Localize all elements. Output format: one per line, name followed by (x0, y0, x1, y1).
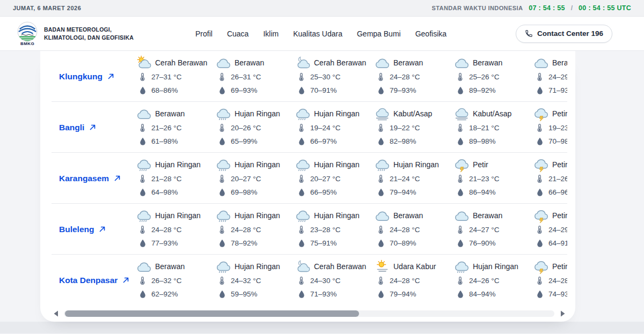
berawan-icon (216, 56, 231, 70)
temperature-line: 24–28 °C (534, 274, 567, 287)
droplet-icon (140, 86, 146, 94)
temperature-line: 24–30 °C (296, 274, 375, 287)
forecast-cell: Berawan25–26 °C89–92% (455, 51, 534, 102)
temperature-range: 20–27 °C (231, 175, 261, 183)
external-arrow-icon (99, 226, 106, 233)
forecast-cell: Udara Kabur24–28 °C79–94% (375, 255, 455, 306)
scroll-left-arrow[interactable] (53, 310, 59, 317)
humidity-range: 82–98% (390, 137, 416, 145)
forecast-cell: Hujan Ringan19–24 °C66–97% (296, 102, 375, 153)
condition-line: Petir (534, 107, 567, 121)
condition-label: Berawan (393, 58, 423, 67)
temperature-range: 21–26 °C (548, 175, 567, 183)
droplet-icon (298, 137, 305, 145)
hujan-ringan-icon (296, 209, 310, 223)
humidity-range: 69–98% (231, 188, 258, 196)
temperature-range: 19–23 °C (548, 124, 567, 132)
nav-item-kualitas-udara[interactable]: Kualitas Udara (293, 29, 342, 38)
hujan-ringan-icon (216, 209, 231, 223)
humidity-range: 79–94% (390, 290, 416, 298)
droplet-icon (537, 86, 543, 94)
utility-bar: JUMAT, 6 MARET 2026 STANDAR WAKTU INDONE… (0, 0, 644, 17)
humidity-range: 70–91% (310, 86, 337, 94)
droplet-icon (537, 188, 543, 196)
nav-item-geofisika[interactable]: Geofisika (415, 29, 447, 38)
region-link-karangasem[interactable]: Karangasem (59, 174, 121, 183)
temperature-range: 27–31 °C (151, 73, 181, 81)
thermometer-icon (457, 123, 464, 132)
temperature-line: 20–26 °C (216, 121, 296, 134)
humidity-range: 89–92% (469, 86, 496, 94)
humidity-range: 75–91% (310, 239, 337, 247)
humidity-line: 86–94% (455, 185, 534, 198)
thermometer-icon (377, 225, 384, 234)
table-row: KarangasemHujan Ringan21–28 °C64–98%Huja… (51, 153, 567, 204)
temperature-range: 21–26 °C (151, 124, 181, 132)
region-link-bangli[interactable]: Bangli (59, 123, 96, 132)
temperature-range: 24–26 °C (469, 277, 499, 285)
droplet-icon (378, 239, 384, 247)
condition-label: Petir (473, 160, 488, 169)
org-name-line2: KLIMATOLOGI, DAN GEOFISIKA (44, 34, 134, 42)
forecast-cell: Berawan24–28 °C79–93% (375, 51, 455, 102)
region-name: Kota Denpasar (59, 276, 118, 285)
temperature-line: 18–21 °C (455, 121, 534, 134)
droplet-icon (219, 137, 225, 145)
temperature-line: 27–31 °C (137, 70, 216, 83)
scrollbar-thumb[interactable] (65, 310, 359, 317)
temperature-range: 24–28 °C (390, 277, 420, 285)
humidity-range: 66–96% (548, 188, 567, 196)
condition-line: Berawan (137, 259, 216, 273)
bmkg-brand[interactable]: BMKG BADAN METEOROLOGI, KLIMATOLOGI, DAN… (16, 21, 134, 46)
droplet-icon (457, 86, 464, 94)
condition-line: Berawan (375, 209, 455, 222)
humidity-range: 79–93% (390, 86, 416, 94)
cerah-berawan-night-icon (296, 56, 310, 70)
condition-label: Petir (552, 211, 567, 220)
thermometer-icon (298, 72, 305, 81)
humidity-line: 62–92% (137, 287, 216, 300)
scroll-right-arrow[interactable] (559, 310, 566, 317)
region-link-buleleng[interactable]: Buleleng (59, 225, 106, 234)
temperature-line: 24–28 °C (216, 223, 296, 236)
forecast-cell: Berawan26–32 °C62–92% (137, 255, 216, 306)
nav-item-gempa-bumi[interactable]: Gempa Bumi (357, 29, 401, 38)
condition-line: Hujan Ringan (296, 209, 375, 222)
forecast-cell: Hujan Ringan21–28 °C64–98% (137, 153, 216, 204)
temperature-range: 24–28 °C (231, 226, 261, 234)
droplet-icon (537, 239, 543, 247)
contact-center-button[interactable]: Contact Center 196 (516, 25, 612, 43)
humidity-line: 70–91% (296, 84, 375, 97)
droplet-icon (298, 188, 305, 196)
region-link-kota-denpasar[interactable]: Kota Denpasar (59, 276, 129, 285)
droplet-icon (378, 188, 384, 196)
nav-item-cuaca[interactable]: Cuaca (227, 29, 248, 38)
scrollbar-track[interactable] (64, 310, 554, 317)
temperature-range: 24–29 °C (548, 226, 567, 234)
nav-item-profil[interactable]: Profil (195, 29, 213, 38)
humidity-line: 79–94% (375, 287, 455, 300)
humidity-range: 84–94% (469, 290, 496, 298)
hujan-ringan-icon (216, 158, 231, 172)
region-link-klungkung[interactable]: Klungkung (59, 72, 114, 81)
humidity-line: 76–90% (455, 236, 534, 249)
page-background-strip (0, 322, 644, 333)
thermometer-icon (298, 276, 305, 285)
droplet-icon (457, 137, 464, 145)
nav-item-iklim[interactable]: Iklim (263, 29, 279, 38)
berawan-icon (455, 209, 469, 223)
temperature-range: 24–32 °C (231, 277, 261, 285)
forecast-cell: Berawan24–29 °C71–93% (534, 51, 567, 102)
humidity-line: 84–94% (455, 287, 534, 300)
thermometer-icon (218, 123, 225, 132)
site-header: BMKG BADAN METEOROLOGI, KLIMATOLOGI, DAN… (0, 17, 644, 51)
droplet-icon (140, 137, 146, 145)
thermometer-icon (536, 276, 543, 285)
condition-label: Cerah Berawan (314, 58, 366, 67)
humidity-line: 64–91% (534, 236, 567, 249)
condition-line: Petir (534, 209, 567, 222)
forecast-cell: Hujan Ringan24–28 °C78–92% (216, 204, 296, 255)
thermometer-icon (536, 123, 543, 132)
forecast-cell: Berawan24–28 °C70–89% (375, 204, 455, 255)
temperature-line: 19–23 °C (534, 121, 567, 134)
